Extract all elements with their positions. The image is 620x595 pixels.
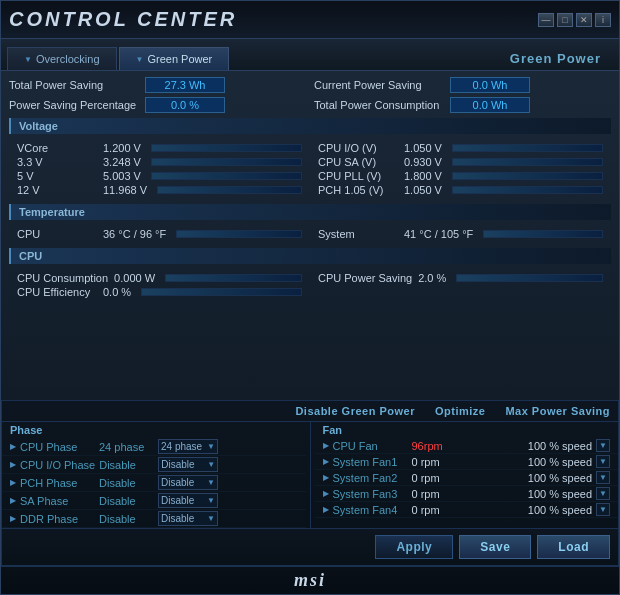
window-controls: — □ ✕ i [538,13,611,27]
row-arrow-icon: ▶ [10,496,16,505]
voltage-val-2: 3.248 V [103,156,141,168]
minimize-button[interactable]: — [538,13,554,27]
row-arrow-icon: ▶ [323,505,329,514]
phase-row-select-4[interactable]: Disable ▼ [158,511,218,526]
voltage-val-0: 1.200 V [103,142,141,154]
table-row: ▶ System Fan3 0 rpm 100 % speed ▼ [315,486,619,502]
phase-row-select-1[interactable]: Disable ▼ [158,457,218,472]
power-stats-row2: Power Saving Percentage 0.0 % Total Powe… [9,97,611,113]
fan-row-select-2[interactable]: ▼ [596,471,610,484]
cpu-bar-2 [141,288,302,296]
table-row: ▶ SA Phase Disable Disable ▼ [2,492,306,510]
info-button[interactable]: i [595,13,611,27]
fan-row-speed-2: 100 % speed [461,472,593,484]
close-button[interactable]: ✕ [576,13,592,27]
fan-row-label-1: System Fan1 [333,456,408,468]
fan-row-value-1: 0 rpm [412,456,457,468]
fan-row-select-4[interactable]: ▼ [596,503,610,516]
phase-fan-container: Phase ▶ CPU Phase 24 phase 24 phase ▼ ▶ [2,422,618,528]
temp-key-1: System [318,228,398,240]
tab-bar: ▼ Overclocking ▼ Green Power Green Power [1,39,619,71]
tab-arrow-icon: ▼ [24,55,32,64]
phase-col-header: Phase [10,424,42,436]
cpu-bar-0 [165,274,302,282]
row-arrow-icon: ▶ [10,478,16,487]
phase-row-label-0: CPU Phase [20,441,95,453]
voltage-section-header: Voltage [9,118,611,134]
fan-row-select-3[interactable]: ▼ [596,487,610,500]
power-saving-pct-value: 0.0 % [145,97,225,113]
list-item: CPU PLL (V) 1.800 V [310,169,611,183]
voltage-key-7: PCH 1.05 (V) [318,184,398,196]
chevron-down-icon: ▼ [207,514,215,523]
phase-row-select-2[interactable]: Disable ▼ [158,475,218,490]
vertical-divider [310,422,311,528]
list-item: CPU 36 °C / 96 °F [9,227,310,241]
tab-overclocking[interactable]: ▼ Overclocking [7,47,117,70]
bottom-phase-fan-area: Disable Green Power Optimize Max Power S… [1,400,619,566]
cpu-key-2: CPU Efficiency [17,286,97,298]
current-power-saving-value: 0.0 Wh [450,77,530,93]
table-row: ▶ CPU Phase 24 phase 24 phase ▼ [2,438,306,456]
table-row: ▶ PCH Phase Disable Disable ▼ [2,474,306,492]
row-arrow-icon: ▶ [323,489,329,498]
voltage-bar-1 [452,144,603,152]
table-row: ▶ DDR Phase Disable Disable ▼ [2,510,306,528]
fan-row-label-2: System Fan2 [333,472,408,484]
chevron-down-icon: ▼ [599,441,607,450]
msi-logo: msi [294,570,326,591]
fan-row-label-3: System Fan3 [333,488,408,500]
phase-row-value-2: Disable [99,477,154,489]
total-power-consumption-pair: Total Power Consumption 0.0 Wh [314,97,611,113]
phase-row-value-4: Disable [99,513,154,525]
table-row: ▶ CPU Fan 96rpm 100 % speed ▼ [315,438,619,454]
title-bar: Control Center — □ ✕ i [1,1,619,39]
tab-green-power[interactable]: ▼ Green Power [119,47,230,70]
power-saving-pct-pair: Power Saving Percentage 0.0 % [9,97,306,113]
phase-section: Phase ▶ CPU Phase 24 phase 24 phase ▼ ▶ [2,422,306,528]
apply-button[interactable]: Apply [375,535,453,559]
list-item [310,285,611,299]
tab-arrow-icon2: ▼ [136,55,144,64]
save-button[interactable]: Save [459,535,531,559]
phase-row-value-0: 24 phase [99,441,154,453]
fan-row-value-3: 0 rpm [412,488,457,500]
cpu-key-0: CPU Consumption [17,272,108,284]
row-arrow-icon: ▶ [323,457,329,466]
phase-row-select-3[interactable]: Disable ▼ [158,493,218,508]
cpu-val-0: 0.000 W [114,272,155,284]
fan-row-select-0[interactable]: ▼ [596,439,610,452]
voltage-grid: VCore 1.200 V CPU I/O (V) 1.050 V 3.3 V … [9,139,611,199]
table-row: ▶ CPU I/O Phase Disable Disable ▼ [2,456,306,474]
total-power-consumption-label: Total Power Consumption [314,99,444,111]
row-arrow-icon: ▶ [323,473,329,482]
fan-row-value-0: 96rpm [412,440,457,452]
voltage-key-1: CPU I/O (V) [318,142,398,154]
voltage-bar-5 [452,172,603,180]
fan-row-label-0: CPU Fan [333,440,408,452]
section-label: Green Power [498,51,613,70]
maximize-button[interactable]: □ [557,13,573,27]
fan-header: Fan [315,422,619,438]
table-row: ▶ System Fan1 0 rpm 100 % speed ▼ [315,454,619,470]
cpu-val-1: 2.0 % [418,272,446,284]
table-row: ▶ System Fan2 0 rpm 100 % speed ▼ [315,470,619,486]
row-arrow-icon: ▶ [10,442,16,451]
phase-row-value-1: Disable [99,459,154,471]
phase-row-label-2: PCH Phase [20,477,95,489]
load-button[interactable]: Load [537,535,610,559]
list-item: CPU Efficiency 0.0 % [9,285,310,299]
phase-row-select-0[interactable]: 24 phase ▼ [158,439,218,454]
fan-row-select-1[interactable]: ▼ [596,455,610,468]
voltage-bar-6 [157,186,302,194]
temperature-section-header: Temperature [9,204,611,220]
chevron-down-icon: ▼ [599,505,607,514]
chevron-down-icon: ▼ [207,478,215,487]
list-item: 3.3 V 3.248 V [9,155,310,169]
app-title: Control Center [9,8,237,31]
fan-row-speed-1: 100 % speed [461,456,593,468]
current-power-saving-pair: Current Power Saving 0.0 Wh [314,77,611,93]
power-saving-pct-label: Power Saving Percentage [9,99,139,111]
temp-bar-1 [483,230,603,238]
list-item: System 41 °C / 105 °F [310,227,611,241]
